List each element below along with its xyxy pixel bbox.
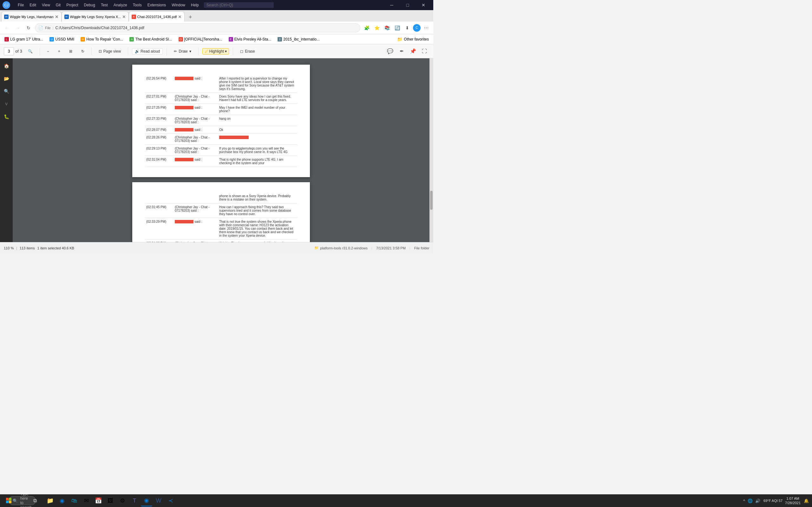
- close-button[interactable]: ✕: [416, 0, 431, 10]
- menu-extensions[interactable]: Extensions: [145, 2, 169, 8]
- address-bar-wrapper[interactable]: 📄 File |: [35, 23, 360, 32]
- pdf-rotate[interactable]: ↻: [78, 48, 88, 55]
- table-row: (02:29:13 PM) (Christopher Jay - Chat - …: [145, 145, 297, 156]
- maximize-button[interactable]: □: [400, 0, 415, 10]
- menu-test[interactable]: Test: [98, 2, 110, 8]
- menu-debug[interactable]: Debug: [82, 2, 98, 8]
- pdf-area[interactable]: (02:26:54 PM) said : After I reported to…: [13, 58, 429, 242]
- status-sep2: |: [371, 246, 372, 250]
- title-bar-search[interactable]: [204, 2, 274, 8]
- pdf-zoom-out[interactable]: −: [44, 48, 52, 55]
- fav-android[interactable]: A The Best Android Sl...: [128, 37, 174, 42]
- pdf-fullscreen[interactable]: ⛶: [419, 46, 429, 56]
- fav-label-android: The Best Android Sl...: [135, 37, 172, 42]
- download-button[interactable]: ⬇: [403, 23, 412, 32]
- minimize-button[interactable]: ─: [385, 0, 399, 10]
- tab-close-3[interactable]: ✕: [178, 14, 182, 19]
- scrollbar-thumb[interactable]: [430, 191, 433, 210]
- main-content: 🏠 📂 🔍 ⑂ 🐛 (02:26:54 PM) said : After I r…: [0, 58, 433, 242]
- pdf-separator-5: [198, 48, 199, 55]
- chat-time: (02:33:29 PM): [145, 218, 173, 239]
- favorites-button[interactable]: ⭐: [372, 23, 381, 32]
- pdf-draw[interactable]: ✏ Draw ▾: [171, 48, 194, 55]
- pdf-comment[interactable]: 💬: [385, 46, 395, 56]
- pdf-pin[interactable]: 📌: [408, 46, 418, 56]
- address-file-icon: 📄: [38, 26, 43, 30]
- extensions-button[interactable]: 🧩: [362, 23, 371, 32]
- menu-view[interactable]: View: [39, 2, 53, 8]
- sidebar-home[interactable]: 🏠: [1, 61, 11, 71]
- tab-wiggle-xperia[interactable]: W Wiggle My Legs Sony Xperia X... ✕: [61, 11, 129, 21]
- new-tab-button[interactable]: +: [186, 13, 195, 21]
- draw-icon: ✏: [174, 49, 177, 54]
- folder-name: platform-tools r31.0.2-windows: [320, 246, 368, 250]
- chat-sender: (Christopher Jay - Chat - 07178203) said…: [173, 134, 218, 145]
- fav-lg[interactable]: L LG gram 17' Ultra...: [3, 37, 45, 42]
- menu-help[interactable]: Help: [189, 2, 201, 8]
- chat-sender: said :: [173, 218, 218, 239]
- fav-label-repair: How To Repair 'Con...: [86, 37, 123, 42]
- pdf-zoom-in[interactable]: +: [55, 48, 63, 55]
- tab-chat-pdf[interactable]: A Chat-20210724_1436.pdf ✕: [129, 11, 185, 21]
- sidebar-git[interactable]: ⑂: [1, 99, 11, 109]
- tab-favicon-1: W: [4, 14, 9, 19]
- fav-ussd[interactable]: U USSD MMI: [48, 37, 76, 42]
- back-button[interactable]: ←: [3, 23, 11, 32]
- menu-tools[interactable]: Tools: [131, 2, 144, 8]
- refresh-button[interactable]: ↻: [24, 23, 33, 32]
- chat-message: Ok: [218, 126, 297, 134]
- items-count: 113 items: [20, 246, 35, 250]
- chat-sender: (Christopher Jay - Chat - 07178203) said…: [173, 93, 218, 104]
- chat-time: (02:27:33 PM): [145, 115, 173, 126]
- chat-message: phone is shown as a Sony Xperia device. …: [218, 192, 297, 204]
- pdf-page-view[interactable]: ⊡ Page view: [96, 48, 124, 55]
- profile-button[interactable]: C: [413, 24, 420, 32]
- address-sep: |: [53, 26, 54, 30]
- history-button[interactable]: 🔄: [393, 23, 402, 32]
- chat-message: If you go to wigglemylegs.com you will s…: [218, 145, 297, 156]
- table-row: (02:31:04 PM) said : That is right the p…: [145, 156, 297, 167]
- right-panel[interactable]: [429, 58, 433, 242]
- chat-time: (02:28:07 PM): [145, 126, 173, 134]
- pdf-page-input[interactable]: [4, 47, 14, 55]
- pdf-separator-3: [128, 48, 128, 55]
- fav-official[interactable]: O [OFFICIAL]Tenorsha...: [177, 37, 224, 42]
- fav-icon-repair: H: [81, 37, 85, 42]
- status-bar: 110 % | 113 items 1 item selected 40.6 K…: [0, 242, 433, 253]
- menu-analyze[interactable]: Analyze: [111, 2, 130, 8]
- tab-close-1[interactable]: ✕: [55, 14, 59, 19]
- sidebar-files[interactable]: 📂: [1, 73, 11, 83]
- menu-git[interactable]: Git: [53, 2, 63, 8]
- address-input[interactable]: [55, 26, 357, 30]
- tab-wiggle-handyman[interactable]: W Wiggle My Legs, Handyman ✕: [1, 11, 61, 21]
- settings-button[interactable]: ⋯: [422, 23, 431, 32]
- rotate-icon: ↻: [81, 49, 84, 54]
- fav-repair[interactable]: H How To Repair 'Con...: [79, 37, 125, 42]
- pdf-fit-page[interactable]: ⊞: [66, 48, 75, 55]
- pdf-highlight[interactable]: 🖊 Highlight ▾: [202, 48, 229, 55]
- fav-elvis[interactable]: E Elvis Presley All-Sta...: [227, 37, 273, 42]
- chat-message: May I have the IMEI and model number of …: [218, 104, 297, 115]
- tab-close-2[interactable]: ✕: [122, 14, 126, 19]
- table-row: (02:27:33 PM) (Christopher Jay - Chat - …: [145, 115, 297, 126]
- sidebar-debug[interactable]: 🐛: [1, 112, 11, 122]
- pdf-search-button[interactable]: 🔍: [25, 48, 36, 55]
- pdf-ink[interactable]: ✒: [397, 46, 407, 56]
- pdf-separator-6: [233, 48, 233, 55]
- menu-project[interactable]: Project: [64, 2, 81, 8]
- zoom-out-icon: −: [47, 49, 49, 54]
- pdf-read-aloud[interactable]: 🔊 Read aloud: [132, 48, 163, 55]
- pdf-erase[interactable]: ◻ Erase: [237, 48, 258, 55]
- other-favorites[interactable]: 📁 Other favorites: [395, 36, 431, 43]
- menu-window[interactable]: Window: [169, 2, 188, 8]
- collections-button[interactable]: 📚: [383, 23, 392, 32]
- menu-bar: File Edit View Git Project Debug Test An…: [15, 2, 201, 8]
- menu-edit[interactable]: Edit: [27, 2, 39, 8]
- menu-file[interactable]: File: [15, 2, 26, 8]
- status-type: File folder: [414, 246, 429, 250]
- forward-button[interactable]: →: [13, 23, 22, 32]
- fav-ibc[interactable]: 2 2015_ibc_internatio...: [275, 37, 322, 42]
- chat-time: (02:31:04 PM): [145, 156, 173, 167]
- chat-message: Alrighty. Thank you so very much. May I …: [218, 239, 297, 242]
- sidebar-search[interactable]: 🔍: [1, 86, 11, 96]
